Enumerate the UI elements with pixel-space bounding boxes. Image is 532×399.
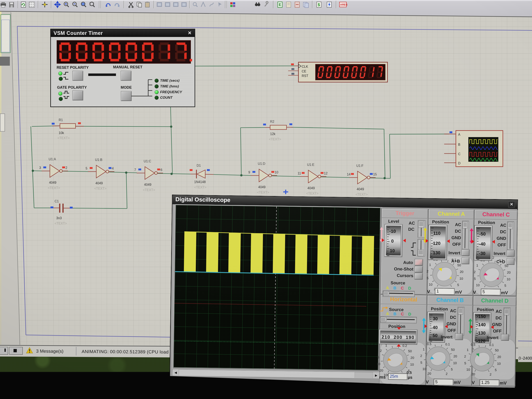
svg-text:D1: D1 — [197, 164, 201, 167]
svg-text:<TEXT>: <TEXT> — [48, 186, 60, 190]
svg-text:9: 9 — [248, 171, 250, 174]
svg-text:3: 3 — [39, 166, 41, 170]
svg-text:U1:E: U1:E — [307, 163, 314, 166]
svg-text:15: 15 — [373, 173, 377, 176]
svg-text:D: D — [458, 162, 461, 165]
svg-text:1N4148: 1N4148 — [194, 180, 206, 184]
svg-text:4049: 4049 — [258, 185, 266, 189]
svg-text:<TEXT>: <TEXT> — [257, 191, 269, 194]
svg-text:14: 14 — [347, 173, 351, 176]
svg-text:12k: 12k — [270, 132, 276, 136]
svg-text:U1:F: U1:F — [356, 164, 363, 167]
svg-text:3n3: 3n3 — [56, 216, 62, 220]
svg-text:<TEXT>: <TEXT> — [306, 192, 318, 195]
svg-text:4: 4 — [112, 167, 114, 170]
svg-text:C1: C1 — [55, 200, 59, 203]
svg-text:<TEXT>: <TEXT> — [94, 187, 107, 190]
svg-text:<TEXT>: <TEXT> — [57, 136, 70, 140]
svg-text:10: 10 — [275, 171, 278, 174]
svg-text:<TEXT>: <TEXT> — [143, 188, 155, 192]
svg-text:4049: 4049 — [357, 187, 364, 191]
svg-text:12: 12 — [324, 171, 328, 175]
svg-text:A: A — [458, 133, 460, 136]
svg-text:U1:C: U1:C — [144, 159, 151, 163]
svg-text:4049: 4049 — [307, 186, 315, 190]
svg-text:6: 6 — [160, 168, 162, 171]
svg-text:<TEXT>: <TEXT> — [269, 138, 281, 141]
svg-text:2: 2 — [65, 166, 67, 170]
svg-text:<TEXT>: <TEXT> — [55, 222, 67, 225]
svg-text:B: B — [458, 143, 460, 146]
svg-text:<TEXT>: <TEXT> — [194, 185, 207, 189]
svg-text:5: 5 — [86, 167, 88, 170]
svg-text:U1:B: U1:B — [95, 158, 102, 162]
svg-text:<TEXT>: <TEXT> — [355, 193, 368, 196]
svg-text:U1:D: U1:D — [258, 162, 265, 165]
svg-text:11: 11 — [298, 171, 301, 175]
svg-text:7: 7 — [134, 168, 136, 171]
svg-text:U1:A: U1:A — [49, 158, 56, 161]
svg-text:C: C — [458, 152, 461, 156]
svg-text:4049: 4049 — [144, 183, 152, 186]
svg-text:4049: 4049 — [95, 181, 103, 185]
svg-text:10k: 10k — [59, 131, 64, 135]
svg-text:4049: 4049 — [49, 181, 57, 184]
